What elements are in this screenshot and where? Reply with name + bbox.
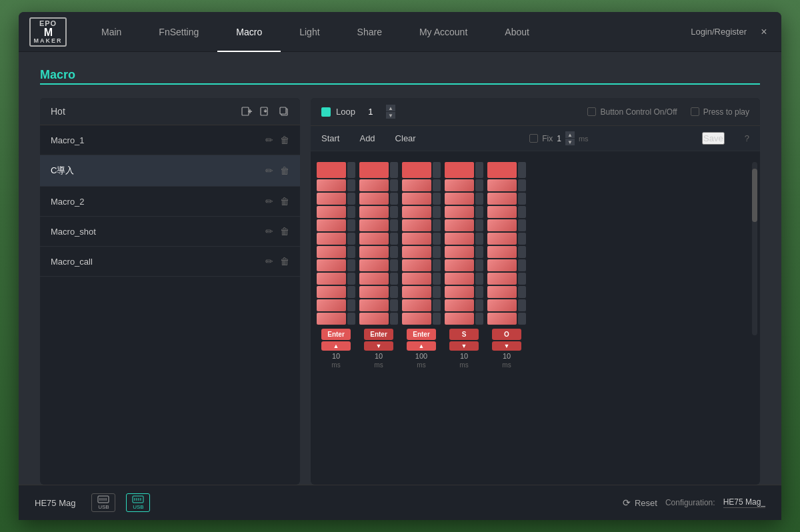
key-arrow[interactable]: ▲ — [407, 341, 436, 351]
scrollbar-thumb[interactable] — [752, 169, 757, 222]
loop-section: Loop 1 ▲ ▼ — [321, 105, 395, 119]
editor-toolbar: Loop 1 ▲ ▼ Button Control On/Off — [311, 98, 760, 126]
tab-fnsetting[interactable]: FnSetting — [140, 12, 217, 52]
rename-icon[interactable]: ✏ — [265, 135, 273, 145]
macro-item-icons: ✏ 🗑 — [265, 196, 289, 207]
save-button[interactable]: Save — [702, 132, 725, 145]
list-item[interactable]: Macro_2 ✏ 🗑 — [40, 187, 300, 217]
fix-checkbox[interactable] — [529, 134, 538, 143]
logo-text-mid: M — [44, 27, 52, 38]
key-arrow[interactable]: ▼ — [492, 341, 521, 351]
tab-macro[interactable]: Macro — [217, 12, 281, 52]
button-control-checkbox[interactable] — [587, 107, 596, 116]
button-control-option: Button Control On/Off — [587, 107, 677, 117]
usb-label-inactive: USB — [98, 504, 109, 510]
titlebar: EPO M MAKER Main FnSetting Macro Light S… — [19, 12, 781, 52]
key-ms-value: 10 — [503, 352, 511, 360]
list-item[interactable]: C導入 ✏ 🗑 — [40, 155, 300, 187]
editor-actions: Start Add Clear Fix 1 ▲ ▼ ms Save ? — [311, 126, 760, 151]
svg-rect-6 — [98, 496, 109, 503]
rename-icon[interactable]: ✏ — [265, 256, 273, 267]
tab-light[interactable]: Light — [281, 12, 338, 52]
fix-decrement[interactable]: ▼ — [565, 139, 575, 145]
login-register-button[interactable]: Login/Register — [691, 27, 747, 37]
macro-column: O ▼ 10 ms — [487, 162, 527, 369]
fix-label: Fix — [542, 134, 553, 143]
list-item[interactable]: Macro_call ✏ 🗑 — [40, 247, 300, 277]
key-arrow[interactable]: ▼ — [449, 341, 479, 351]
add-button[interactable]: Add — [359, 133, 375, 143]
macro-item-name: Macro_2 — [51, 197, 85, 207]
help-icon[interactable]: ? — [745, 133, 749, 143]
device-name: HE75 Mag — [35, 498, 75, 508]
scrollbar-track[interactable] — [752, 162, 757, 335]
tab-myaccount[interactable]: My Account — [401, 12, 486, 52]
copy-macro-button[interactable] — [279, 106, 289, 117]
tab-main[interactable]: Main — [83, 12, 140, 52]
fix-section: Fix 1 ▲ ▼ ms — [529, 131, 588, 145]
fix-value: 1 — [557, 134, 561, 143]
macro-item-icons: ✏ 🗑 — [265, 135, 289, 145]
delete-icon[interactable]: 🗑 — [280, 135, 289, 145]
reset-button[interactable]: ⟳ Reset — [623, 497, 657, 508]
macro-column: S ▼ 10 ms — [444, 162, 484, 369]
svg-rect-5 — [280, 107, 286, 114]
logo-text-top: EPO — [39, 20, 57, 27]
key-ms-unit: ms — [417, 361, 425, 369]
macro-item-name: Macro_shot — [51, 227, 96, 237]
rename-icon[interactable]: ✏ — [265, 165, 273, 176]
loop-increment[interactable]: ▲ — [386, 105, 395, 111]
nav-tabs: Main FnSetting Macro Light Share My Acco… — [83, 12, 691, 52]
usb-label-active: USB — [133, 504, 143, 510]
loop-spinner[interactable]: ▲ ▼ — [386, 105, 395, 119]
svg-rect-0 — [242, 107, 249, 115]
key-arrow[interactable]: ▲ — [321, 341, 351, 351]
clear-button[interactable]: Clear — [395, 133, 416, 143]
macro-item-icons: ✏ 🗑 — [265, 226, 289, 237]
fix-unit: ms — [579, 135, 589, 143]
app-window: EPO M MAKER Main FnSetting Macro Light S… — [19, 12, 781, 520]
macro-column: Enter ▼ 10 ms — [359, 162, 399, 369]
tab-share[interactable]: Share — [339, 12, 401, 52]
key-ms-value: 100 — [415, 352, 427, 360]
import-macro-button[interactable] — [260, 106, 271, 117]
list-item[interactable]: Macro_shot ✏ 🗑 — [40, 217, 300, 247]
key-ms-value: 10 — [460, 352, 468, 360]
key-ms-unit: ms — [459, 361, 468, 369]
logo-text-bot: MAKER — [34, 38, 63, 44]
close-button[interactable]: × — [757, 25, 771, 39]
key-ms-value: 10 — [332, 352, 340, 360]
key-arrow[interactable]: ▼ — [364, 341, 393, 351]
key-ms-unit: ms — [502, 361, 511, 369]
usb-icon-active[interactable]: USB — [126, 493, 150, 512]
page-title: Macro — [40, 68, 760, 85]
delete-icon[interactable]: 🗑 — [280, 196, 289, 207]
start-button[interactable]: Start — [321, 133, 339, 143]
key-label[interactable]: S — [449, 329, 479, 340]
fix-increment[interactable]: ▲ — [565, 131, 575, 138]
press-to-play-option: Press to play — [691, 107, 749, 117]
macro-item-name: Macro_call — [51, 257, 93, 267]
content-area: Hot Macro_1 — [40, 98, 760, 485]
key-label[interactable]: O — [492, 329, 521, 340]
loop-checkbox[interactable] — [321, 107, 331, 117]
press-to-play-checkbox[interactable] — [691, 107, 699, 116]
usb-icon-inactive[interactable]: USB — [91, 493, 115, 512]
rename-icon[interactable]: ✏ — [265, 226, 273, 237]
list-item[interactable]: Macro_1 ✏ 🗑 — [40, 125, 300, 155]
key-ms-unit: ms — [331, 361, 340, 369]
loop-decrement[interactable]: ▼ — [386, 112, 395, 119]
tab-about[interactable]: About — [486, 12, 548, 52]
delete-icon[interactable]: 🗑 — [280, 165, 289, 176]
key-label[interactable]: Enter — [364, 329, 393, 340]
delete-icon[interactable]: 🗑 — [280, 256, 289, 267]
key-label[interactable]: Enter — [407, 329, 436, 340]
rename-icon[interactable]: ✏ — [265, 196, 273, 207]
bottom-right: ⟳ Reset Configuration: HE75 Mag_ — [623, 497, 765, 508]
key-label[interactable]: Enter — [321, 329, 351, 340]
bottom-bar: HE75 Mag USB USB — [19, 485, 781, 520]
new-macro-button[interactable] — [241, 106, 252, 117]
main-content: Macro Hot — [19, 52, 781, 485]
fix-spinner[interactable]: ▲ ▼ — [565, 131, 575, 145]
delete-icon[interactable]: 🗑 — [280, 226, 289, 237]
